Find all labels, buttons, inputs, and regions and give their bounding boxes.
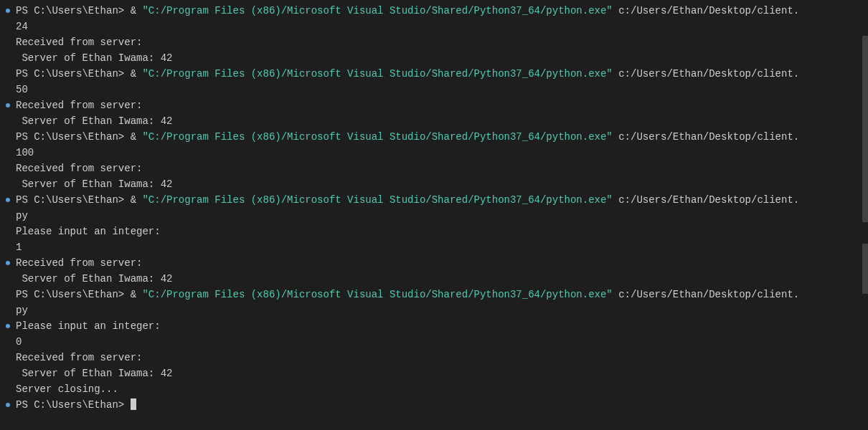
python-exe-path: "C:/Program Files (x86)/Microsoft Visual…: [142, 194, 612, 206]
terminal-line: PS C:\Users\Ethan> & "C:/Program Files (…: [0, 192, 868, 208]
terminal-line: 100: [0, 145, 868, 161]
script-path: c:/Users/Ethan/Desktop/client.: [618, 289, 799, 300]
terminal-line: PS C:\Users\Ethan> & "C:/Program Files (…: [0, 3, 868, 19]
terminal-output[interactable]: PS C:\Users\Ethan> & "C:/Program Files (…: [0, 0, 868, 430]
terminal-line: Please input an integer:: [0, 224, 868, 239]
script-path: c:/Users/Ethan/Desktop/client.: [618, 68, 799, 80]
terminal-line: Server of Ethan Iwama: 42: [0, 176, 868, 192]
terminal-line: Please input an integer:: [0, 318, 868, 334]
python-exe-path: "C:/Program Files (x86)/Microsoft Visual…: [142, 5, 612, 16]
terminal-current-line[interactable]: PS C:\Users\Ethan>: [0, 397, 868, 413]
python-exe-path: "C:/Program Files (x86)/Microsoft Visual…: [142, 131, 612, 143]
scrollbar-thumb[interactable]: [862, 36, 868, 222]
ampersand: &: [131, 131, 136, 143]
cursor: [131, 398, 136, 410]
terminal-line: Received from server:: [0, 161, 868, 176]
ampersand: &: [131, 194, 136, 206]
ampersand: &: [131, 68, 136, 80]
prompt: PS C:\Users\Ethan>: [16, 289, 124, 300]
scrollbar[interactable]: [862, 0, 868, 430]
prompt: PS C:\Users\Ethan>: [16, 5, 124, 16]
terminal-line: Received from server:: [0, 255, 868, 271]
script-path: c:/Users/Ethan/Desktop/client.: [618, 5, 799, 16]
terminal-line: Server of Ethan Iwama: 42: [0, 113, 868, 129]
python-exe-path: "C:/Program Files (x86)/Microsoft Visual…: [142, 289, 612, 300]
terminal-line: 1: [0, 239, 868, 255]
terminal-line: PS C:\Users\Ethan> & "C:/Program Files (…: [0, 287, 868, 302]
terminal-line: Server of Ethan Iwama: 42: [0, 366, 868, 381]
terminal-line: PS C:\Users\Ethan> & "C:/Program Files (…: [0, 66, 868, 82]
prompt: PS C:\Users\Ethan>: [16, 68, 124, 80]
script-path: c:/Users/Ethan/Desktop/client.: [618, 194, 799, 206]
terminal-line: Server of Ethan Iwama: 42: [0, 50, 868, 66]
terminal-line: py: [0, 302, 868, 318]
terminal-line: Received from server:: [0, 350, 868, 366]
terminal-line: Received from server:: [0, 97, 868, 113]
ampersand: &: [131, 289, 136, 300]
scrollbar-thumb[interactable]: [862, 244, 868, 294]
script-path: c:/Users/Ethan/Desktop/client.: [618, 131, 799, 143]
prompt: PS C:\Users\Ethan>: [16, 399, 124, 411]
terminal-line: PS C:\Users\Ethan> & "C:/Program Files (…: [0, 129, 868, 145]
prompt: PS C:\Users\Ethan>: [16, 131, 124, 143]
prompt: PS C:\Users\Ethan>: [16, 194, 124, 206]
terminal-line: Server closing...: [0, 381, 868, 397]
terminal-line: py: [0, 208, 868, 224]
terminal-line: Received from server:: [0, 34, 868, 50]
terminal-line: 0: [0, 334, 868, 350]
terminal-line: Server of Ethan Iwama: 42: [0, 271, 868, 287]
python-exe-path: "C:/Program Files (x86)/Microsoft Visual…: [142, 68, 612, 80]
terminal-line: 50: [0, 82, 868, 97]
terminal-line: 24: [0, 19, 868, 34]
ampersand: &: [131, 5, 136, 16]
